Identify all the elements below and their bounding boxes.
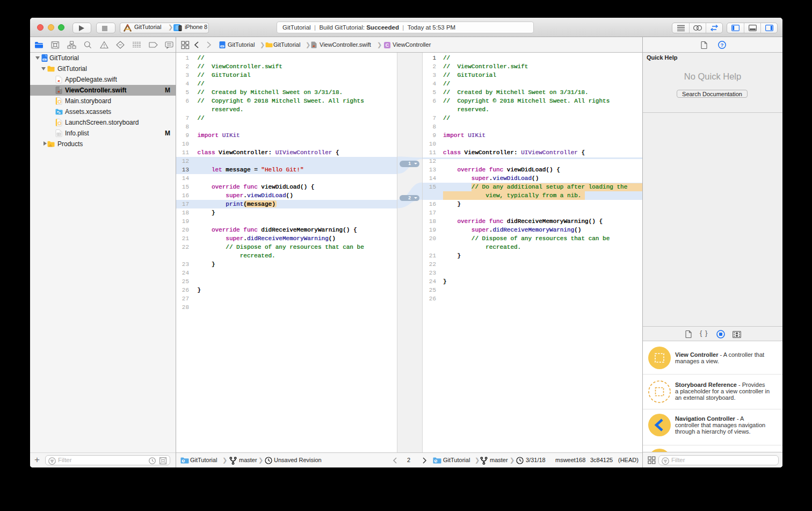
svg-text:?: ?: [721, 42, 724, 48]
svg-text:C: C: [386, 42, 389, 48]
